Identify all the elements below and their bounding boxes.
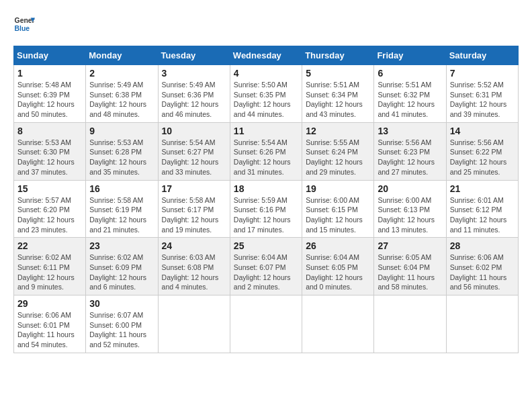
day-number: 29	[17, 298, 82, 309]
day-of-week-header: Sunday	[14, 46, 86, 65]
calendar-cell: 28Sunrise: 6:06 AMSunset: 6:02 PMDayligh…	[446, 238, 518, 295]
calendar-cell: 3Sunrise: 5:49 AMSunset: 6:36 PMDaylight…	[158, 65, 230, 123]
day-number: 10	[162, 126, 226, 136]
day-number: 11	[234, 126, 298, 136]
day-info: Sunrise: 5:49 AMSunset: 6:36 PMDaylight:…	[162, 81, 219, 118]
day-number: 28	[450, 240, 515, 251]
day-info: Sunrise: 5:58 AMSunset: 6:19 PMDaylight:…	[89, 196, 146, 234]
svg-text:Blue: Blue	[15, 25, 30, 32]
day-number: 19	[306, 183, 370, 194]
calendar-cell	[230, 295, 302, 353]
calendar-cell: 29Sunrise: 6:06 AMSunset: 6:01 PMDayligh…	[14, 295, 86, 353]
calendar-table: SundayMondayTuesdayWednesdayThursdayFrid…	[13, 46, 519, 353]
day-info: Sunrise: 6:05 AMSunset: 6:04 PMDaylight:…	[378, 253, 435, 291]
day-of-week-header: Wednesday	[230, 46, 302, 65]
day-number: 23	[89, 240, 154, 251]
day-number: 12	[306, 126, 370, 136]
day-number: 24	[162, 240, 226, 251]
day-info: Sunrise: 6:02 AMSunset: 6:09 PMDaylight:…	[89, 253, 146, 291]
day-info: Sunrise: 6:02 AMSunset: 6:11 PMDaylight:…	[17, 253, 75, 291]
calendar-week-row: 15Sunrise: 5:57 AMSunset: 6:20 PMDayligh…	[14, 180, 519, 238]
calendar-cell: 6Sunrise: 5:51 AMSunset: 6:32 PMDaylight…	[374, 65, 446, 123]
day-number: 5	[306, 68, 370, 79]
day-info: Sunrise: 5:52 AMSunset: 6:31 PMDaylight:…	[450, 81, 507, 118]
day-number: 26	[306, 240, 370, 251]
calendar-cell: 16Sunrise: 5:58 AMSunset: 6:19 PMDayligh…	[86, 180, 158, 238]
calendar-cell: 4Sunrise: 5:50 AMSunset: 6:35 PMDaylight…	[230, 65, 302, 123]
logo: General Blue	[13, 13, 35, 35]
day-info: Sunrise: 6:01 AMSunset: 6:12 PMDaylight:…	[450, 196, 507, 234]
day-info: Sunrise: 5:54 AMSunset: 6:27 PMDaylight:…	[162, 138, 219, 176]
day-number: 17	[162, 183, 226, 194]
day-number: 16	[89, 183, 154, 194]
day-info: Sunrise: 6:06 AMSunset: 6:01 PMDaylight:…	[17, 311, 75, 349]
day-of-week-header: Friday	[374, 46, 446, 65]
day-info: Sunrise: 5:51 AMSunset: 6:32 PMDaylight:…	[378, 81, 435, 118]
day-number: 27	[378, 240, 442, 251]
calendar-cell: 15Sunrise: 5:57 AMSunset: 6:20 PMDayligh…	[14, 180, 86, 238]
logo-icon: General Blue	[13, 13, 35, 35]
day-of-week-header: Tuesday	[158, 46, 230, 65]
day-info: Sunrise: 6:07 AMSunset: 6:00 PMDaylight:…	[89, 311, 146, 349]
calendar-cell: 30Sunrise: 6:07 AMSunset: 6:00 PMDayligh…	[86, 295, 158, 353]
calendar-cell: 12Sunrise: 5:55 AMSunset: 6:24 PMDayligh…	[302, 122, 374, 180]
day-info: Sunrise: 5:50 AMSunset: 6:35 PMDaylight:…	[234, 81, 291, 118]
day-info: Sunrise: 5:56 AMSunset: 6:23 PMDaylight:…	[378, 138, 435, 176]
calendar-cell: 17Sunrise: 5:58 AMSunset: 6:17 PMDayligh…	[158, 180, 230, 238]
day-number: 21	[450, 183, 515, 194]
calendar-cell: 9Sunrise: 5:53 AMSunset: 6:28 PMDaylight…	[86, 122, 158, 180]
day-number: 7	[450, 68, 515, 79]
day-info: Sunrise: 5:49 AMSunset: 6:38 PMDaylight:…	[89, 81, 146, 118]
day-number: 9	[89, 126, 154, 136]
calendar-week-row: 1Sunrise: 5:48 AMSunset: 6:39 PMDaylight…	[14, 65, 519, 123]
day-info: Sunrise: 5:51 AMSunset: 6:34 PMDaylight:…	[306, 81, 363, 118]
calendar-week-row: 8Sunrise: 5:53 AMSunset: 6:30 PMDaylight…	[14, 122, 519, 180]
day-of-week-header: Thursday	[302, 46, 374, 65]
day-number: 8	[17, 126, 82, 136]
day-number: 14	[450, 126, 515, 136]
calendar-cell: 2Sunrise: 5:49 AMSunset: 6:38 PMDaylight…	[86, 65, 158, 123]
day-info: Sunrise: 5:56 AMSunset: 6:22 PMDaylight:…	[450, 138, 507, 176]
day-number: 15	[17, 183, 82, 194]
calendar-cell: 11Sunrise: 5:54 AMSunset: 6:26 PMDayligh…	[230, 122, 302, 180]
day-number: 1	[17, 68, 82, 79]
calendar-cell: 24Sunrise: 6:03 AMSunset: 6:08 PMDayligh…	[158, 238, 230, 295]
calendar-cell	[302, 295, 374, 353]
calendar-header-row: SundayMondayTuesdayWednesdayThursdayFrid…	[14, 46, 519, 65]
day-number: 30	[89, 298, 154, 309]
day-info: Sunrise: 5:54 AMSunset: 6:26 PMDaylight:…	[234, 138, 291, 176]
day-number: 4	[234, 68, 298, 79]
calendar-cell: 13Sunrise: 5:56 AMSunset: 6:23 PMDayligh…	[374, 122, 446, 180]
day-info: Sunrise: 5:53 AMSunset: 6:28 PMDaylight:…	[89, 138, 146, 176]
day-info: Sunrise: 5:57 AMSunset: 6:20 PMDaylight:…	[17, 196, 75, 234]
day-info: Sunrise: 6:00 AMSunset: 6:15 PMDaylight:…	[306, 196, 363, 234]
calendar-cell: 1Sunrise: 5:48 AMSunset: 6:39 PMDaylight…	[14, 65, 86, 123]
calendar-cell: 25Sunrise: 6:04 AMSunset: 6:07 PMDayligh…	[230, 238, 302, 295]
calendar-cell: 21Sunrise: 6:01 AMSunset: 6:12 PMDayligh…	[446, 180, 518, 238]
calendar-cell: 23Sunrise: 6:02 AMSunset: 6:09 PMDayligh…	[86, 238, 158, 295]
calendar-cell: 26Sunrise: 6:04 AMSunset: 6:05 PMDayligh…	[302, 238, 374, 295]
calendar-cell: 10Sunrise: 5:54 AMSunset: 6:27 PMDayligh…	[158, 122, 230, 180]
day-info: Sunrise: 5:58 AMSunset: 6:17 PMDaylight:…	[162, 196, 219, 234]
calendar-cell: 5Sunrise: 5:51 AMSunset: 6:34 PMDaylight…	[302, 65, 374, 123]
calendar-cell	[374, 295, 446, 353]
calendar-cell: 19Sunrise: 6:00 AMSunset: 6:15 PMDayligh…	[302, 180, 374, 238]
day-number: 22	[17, 240, 82, 251]
day-info: Sunrise: 6:06 AMSunset: 6:02 PMDaylight:…	[450, 253, 507, 291]
day-info: Sunrise: 6:04 AMSunset: 6:05 PMDaylight:…	[306, 253, 363, 291]
day-info: Sunrise: 5:59 AMSunset: 6:16 PMDaylight:…	[234, 196, 291, 234]
calendar-cell	[446, 295, 518, 353]
day-info: Sunrise: 5:48 AMSunset: 6:39 PMDaylight:…	[17, 81, 75, 118]
day-info: Sunrise: 6:04 AMSunset: 6:07 PMDaylight:…	[234, 253, 291, 291]
calendar-cell: 27Sunrise: 6:05 AMSunset: 6:04 PMDayligh…	[374, 238, 446, 295]
day-number: 25	[234, 240, 298, 251]
calendar-week-row: 29Sunrise: 6:06 AMSunset: 6:01 PMDayligh…	[14, 295, 519, 353]
day-of-week-header: Saturday	[446, 46, 518, 65]
day-of-week-header: Monday	[86, 46, 158, 65]
day-number: 6	[378, 68, 442, 79]
day-number: 20	[378, 183, 442, 194]
day-info: Sunrise: 5:53 AMSunset: 6:30 PMDaylight:…	[17, 138, 75, 176]
day-number: 13	[378, 126, 442, 136]
calendar-cell: 14Sunrise: 5:56 AMSunset: 6:22 PMDayligh…	[446, 122, 518, 180]
day-number: 2	[89, 68, 154, 79]
